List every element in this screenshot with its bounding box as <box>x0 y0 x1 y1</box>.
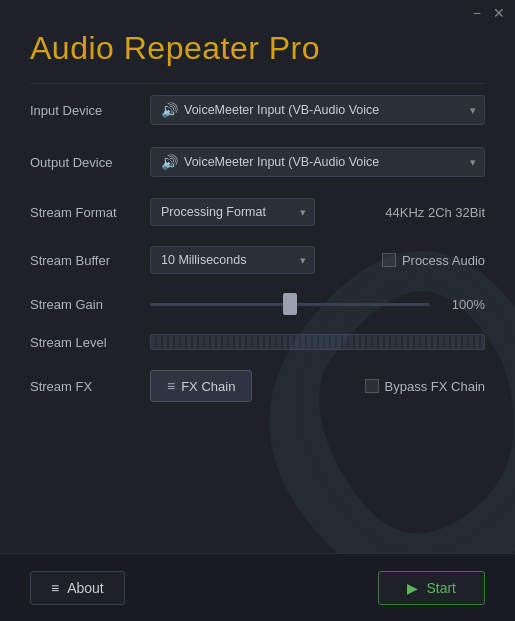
about-button[interactable]: ≡ About <box>30 571 125 605</box>
stream-level-label: Stream Level <box>30 335 150 350</box>
bypass-fx-checkbox[interactable] <box>365 379 379 393</box>
stream-buffer-row: Stream Buffer 10 Milliseconds Process Au… <box>30 236 485 284</box>
input-device-value: VoiceMeeter Input (VB-Audio Voice <box>184 103 379 117</box>
footer: ≡ About ▶ Start <box>0 553 515 621</box>
gain-thumb[interactable] <box>283 293 297 315</box>
app-title: Audio Repeater Pro <box>30 30 485 67</box>
input-device-label: Input Device <box>30 103 150 118</box>
stream-format-info: 44KHz 2Ch 32Bit <box>385 205 485 220</box>
output-device-control: 🔊 VoiceMeeter Input (VB-Audio Voice <box>150 147 485 177</box>
stream-format-label: Stream Format <box>30 205 150 220</box>
stream-fx-row: Stream FX ≡ FX Chain Bypass FX Chain <box>30 360 485 412</box>
stream-level-meter <box>150 334 485 350</box>
app-title-main: Audio Repeater <box>30 30 269 66</box>
stream-format-select-wrap: Processing Format <box>150 198 315 226</box>
output-device-label: Output Device <box>30 155 150 170</box>
output-device-dropdown[interactable]: 🔊 VoiceMeeter Input (VB-Audio Voice <box>150 147 485 177</box>
stream-buffer-value: 10 Milliseconds <box>161 253 246 267</box>
output-device-row: Output Device 🔊 VoiceMeeter Input (VB-Au… <box>30 136 485 188</box>
speaker-icon: 🔊 <box>161 102 178 118</box>
start-icon: ▶ <box>407 580 418 596</box>
stream-gain-row: Stream Gain 100% <box>30 284 485 324</box>
stream-buffer-dropdown[interactable]: 10 Milliseconds <box>150 246 315 274</box>
input-device-row: Input Device 🔊 VoiceMeeter Input (VB-Aud… <box>30 84 485 136</box>
stream-buffer-label: Stream Buffer <box>30 253 150 268</box>
bypass-fx-wrap: Bypass FX Chain <box>365 379 485 394</box>
stream-gain-slider-wrap <box>150 294 430 314</box>
start-label: Start <box>426 580 456 596</box>
fx-chain-button[interactable]: ≡ FX Chain <box>150 370 252 402</box>
fx-chain-icon: ≡ <box>167 378 175 394</box>
app-header: Audio Repeater Pro <box>0 22 515 83</box>
about-icon: ≡ <box>51 580 59 596</box>
speaker-output-icon: 🔊 <box>161 154 178 170</box>
title-bar: − ✕ <box>0 0 515 22</box>
input-device-control: 🔊 VoiceMeeter Input (VB-Audio Voice <box>150 95 485 125</box>
app-title-accent: Pro <box>269 30 320 66</box>
stream-buffer-select-wrap: 10 Milliseconds <box>150 246 315 274</box>
output-device-value: VoiceMeeter Input (VB-Audio Voice <box>184 155 379 169</box>
main-content: Input Device 🔊 VoiceMeeter Input (VB-Aud… <box>0 84 515 412</box>
stream-gain-value: 100% <box>440 297 485 312</box>
stream-gain-label: Stream Gain <box>30 297 150 312</box>
fx-chain-label: FX Chain <box>181 379 235 394</box>
stream-format-value: Processing Format <box>161 205 266 219</box>
start-button[interactable]: ▶ Start <box>378 571 485 605</box>
minimize-button[interactable]: − <box>473 6 481 20</box>
input-device-dropdown[interactable]: 🔊 VoiceMeeter Input (VB-Audio Voice <box>150 95 485 125</box>
close-button[interactable]: ✕ <box>493 6 505 20</box>
bypass-fx-label: Bypass FX Chain <box>385 379 485 394</box>
process-audio-label: Process Audio <box>402 253 485 268</box>
process-audio-wrap: Process Audio <box>382 253 485 268</box>
stream-format-row: Stream Format Processing Format 44KHz 2C… <box>30 188 485 236</box>
about-label: About <box>67 580 104 596</box>
stream-level-row: Stream Level <box>30 324 485 360</box>
process-audio-checkbox[interactable] <box>382 253 396 267</box>
stream-fx-label: Stream FX <box>30 379 150 394</box>
gain-track[interactable] <box>150 303 430 306</box>
stream-format-dropdown[interactable]: Processing Format <box>150 198 315 226</box>
